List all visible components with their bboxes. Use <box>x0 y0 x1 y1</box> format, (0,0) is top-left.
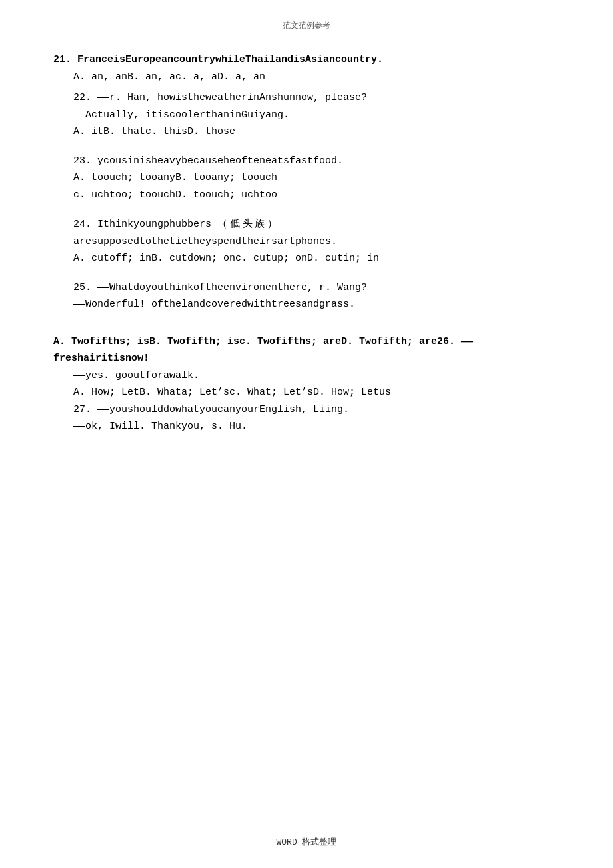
continuation-text1: A. Twofifths; isB. Twofifth; isc. Twofif… <box>53 333 560 367</box>
continuation-options1: A. How; LetB. Whata; Let’sc. What; Let’s… <box>73 384 560 401</box>
continuation-text2: ——yes. gooutforawalk. <box>73 367 560 385</box>
question-23-options-c: c. uchtoo; toouchD. toouch; uchtoo <box>73 187 560 204</box>
question-24-options: A. cutoff; inB. cutdown; onc. cutup; onD… <box>73 250 560 267</box>
question-22-text: 22. ——r. Han, howistheweatherinAnshunnow… <box>73 89 560 107</box>
question-21-options: A. an, anB. an, ac. a, aD. a, an <box>73 69 560 86</box>
question-21-text: 21. FranceisEuropeancountrywhileThailand… <box>53 51 560 69</box>
question-23-options-a: A. toouch; tooanyB. tooany; toouch <box>73 169 560 187</box>
question-25-text: 25. ——Whatdoyouthinkoftheenvironenthere,… <box>73 279 560 297</box>
question-24-chinese: （ 低 头 族 ） <box>217 218 277 229</box>
question-22-options: A. itB. thatc. thisD. those <box>73 123 560 141</box>
question-21: 21. FranceisEuropeancountrywhileThailand… <box>53 51 560 85</box>
question-23: 23. ycousinisheavybecauseheofteneatsfast… <box>53 153 560 204</box>
content-area: 21. FranceisEuropeancountrywhileThailand… <box>40 51 573 435</box>
continuation-block: A. Twofifths; isB. Twofifth; isc. Twofif… <box>53 333 560 435</box>
footer-watermark: WORD 格式整理 <box>0 836 613 848</box>
header-watermark-text: 范文范例参考 <box>283 21 330 31</box>
question-22: 22. ——r. Han, howistheweatherinAnshunnow… <box>53 89 560 141</box>
question-24-part1: 24. Ithinkyoungphubbers <box>73 219 211 230</box>
footer-watermark-text: WORD 格式整理 <box>276 837 336 847</box>
question-22-response: ——Actually, itiscoolerthaninGuiyang. <box>73 107 560 124</box>
question-23-text: 23. ycousinisheavybecauseheofteneatsfast… <box>73 153 560 170</box>
question-24: 24. Ithinkyoungphubbers （ 低 头 族 ） aresup… <box>53 215 560 267</box>
continuation-text4: ——ok, Iwill. Thankyou, s. Hu. <box>73 418 560 435</box>
question-24-text-part2: aresupposedtothetietheyspendtheirsartpho… <box>73 233 560 251</box>
header-watermark: 范文范例参考 <box>40 20 573 31</box>
question-24-text-line1: 24. Ithinkyoungphubbers （ 低 头 族 ） <box>73 215 560 233</box>
page-container: 范文范例参考 21. FranceisEuropeancountrywhileT… <box>0 0 613 868</box>
continuation-text3: 27. ——youshoulddowhatyoucanyourEnglish, … <box>73 401 560 419</box>
question-25-response: ——Wonderful! ofthelandcoveredwithtreesan… <box>73 296 560 313</box>
question-25: 25. ——Whatdoyouthinkoftheenvironenthere,… <box>53 279 560 313</box>
